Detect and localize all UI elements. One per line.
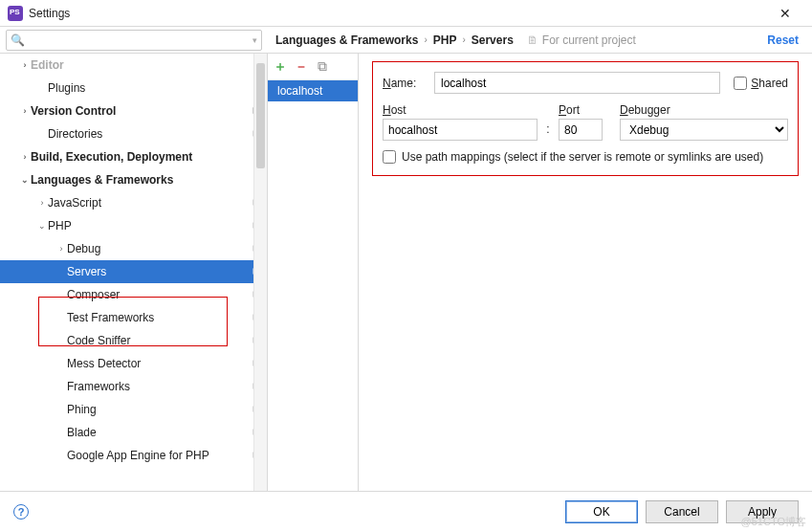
doc-icon: 🗎 bbox=[527, 33, 538, 47]
expand-arrow-icon: › bbox=[55, 244, 67, 254]
tree-item[interactable]: Blade⧉ bbox=[0, 421, 267, 444]
topbar: 🔍 ▾ Languages & Frameworks › PHP › Serve… bbox=[0, 27, 812, 54]
colon-separator: : bbox=[541, 119, 555, 141]
tree-item-label: Languages & Frameworks bbox=[31, 173, 261, 187]
tree-item-label: Plugins bbox=[48, 81, 261, 95]
search-input[interactable] bbox=[27, 33, 252, 47]
sidebar: ›EditorPlugins›Version Control⧉Directori… bbox=[0, 54, 268, 503]
expand-arrow-icon: ⌄ bbox=[19, 175, 31, 185]
tree-item-label: Test Frameworks bbox=[67, 311, 252, 324]
tree-item[interactable]: ›JavaScript⧉ bbox=[0, 191, 267, 214]
tree-item-label: Version Control bbox=[31, 104, 252, 118]
expand-arrow-icon: › bbox=[19, 60, 31, 70]
tree-item-label: Directories bbox=[48, 127, 252, 141]
crumb-servers[interactable]: Servers bbox=[472, 33, 514, 47]
cancel-button[interactable]: Cancel bbox=[646, 500, 718, 523]
tree-item[interactable]: ›Debug⧉ bbox=[0, 237, 267, 260]
tree-item[interactable]: ›Version Control⧉ bbox=[0, 100, 267, 122]
app-icon bbox=[8, 6, 23, 21]
port-field[interactable] bbox=[559, 119, 603, 141]
tree-item[interactable]: ⌄PHP⧉ bbox=[0, 214, 267, 237]
server-form-pane: Name: Shared Host Port Debugger : Xdebu bbox=[359, 54, 812, 503]
search-input-wrap[interactable]: 🔍 ▾ bbox=[6, 30, 262, 51]
scrollbar-thumb[interactable] bbox=[256, 63, 265, 168]
name-label: Name: bbox=[383, 77, 434, 90]
tree-item-label: Blade bbox=[67, 426, 252, 439]
path-mappings-label: Use path mappings (select if the server … bbox=[402, 150, 763, 164]
tree-item[interactable]: Google App Engine for PHP⧉ bbox=[0, 444, 267, 467]
tree-item[interactable]: Composer⧉ bbox=[0, 283, 267, 306]
tree-item[interactable]: Frameworks⧉ bbox=[0, 375, 267, 398]
scope-note: 🗎For current project bbox=[527, 33, 636, 47]
tree-item[interactable]: Mess Detector⧉ bbox=[0, 352, 267, 375]
tree-item-label: Phing bbox=[67, 403, 252, 416]
add-server-button[interactable]: ＋ bbox=[272, 58, 289, 76]
tree-item-label: Frameworks bbox=[67, 380, 252, 393]
tree-item[interactable]: Test Frameworks⧉ bbox=[0, 306, 267, 329]
remove-server-button[interactable]: － bbox=[293, 58, 310, 76]
reset-link[interactable]: Reset bbox=[767, 33, 799, 47]
tree-item-label: Composer bbox=[67, 288, 252, 301]
form-highlight: Name: Shared Host Port Debugger : Xdebu bbox=[372, 61, 799, 176]
tree-item-label: Debug bbox=[67, 242, 252, 255]
help-icon[interactable]: ? bbox=[13, 504, 29, 520]
tree-item-label: JavaScript bbox=[48, 196, 252, 210]
tree-item[interactable]: Plugins bbox=[0, 77, 267, 100]
close-button[interactable]: ✕ bbox=[766, 6, 804, 21]
chevron-right-icon: › bbox=[424, 34, 427, 45]
tree-item-label: Google App Engine for PHP bbox=[67, 449, 252, 462]
debugger-select[interactable]: Xdebug bbox=[620, 119, 788, 141]
tree-item-label: PHP bbox=[48, 219, 252, 232]
settings-tree: ›EditorPlugins›Version Control⧉Directori… bbox=[0, 54, 267, 467]
server-list-toolbar: ＋ － ⧉ bbox=[268, 54, 358, 80]
host-label: Host bbox=[383, 103, 538, 117]
tree-item[interactable]: Code Sniffer⧉ bbox=[0, 329, 267, 352]
crumb-lf[interactable]: Languages & Frameworks bbox=[275, 33, 418, 47]
tree-item-label: Code Sniffer bbox=[67, 334, 252, 347]
shared-checkbox[interactable]: Shared bbox=[734, 77, 788, 90]
ok-button[interactable]: OK bbox=[565, 500, 638, 523]
search-caret-icon: ▾ bbox=[252, 35, 257, 45]
expand-arrow-icon: › bbox=[36, 198, 48, 208]
main: ›EditorPlugins›Version Control⧉Directori… bbox=[0, 54, 812, 503]
tree-item[interactable]: Phing⧉ bbox=[0, 398, 267, 421]
host-field[interactable] bbox=[383, 119, 538, 141]
expand-arrow-icon: › bbox=[19, 152, 31, 162]
shared-checkbox-input[interactable] bbox=[734, 77, 747, 90]
port-label: Port bbox=[559, 103, 603, 117]
footer: ? OK Cancel Apply bbox=[0, 491, 812, 531]
tree-item-label: Editor bbox=[31, 58, 261, 72]
path-mappings-checkbox[interactable] bbox=[383, 150, 396, 164]
search-icon: 🔍 bbox=[11, 33, 25, 47]
tree-item[interactable]: Directories⧉ bbox=[0, 122, 267, 145]
sidebar-scrollbar[interactable] bbox=[253, 54, 267, 503]
window-title: Settings bbox=[29, 7, 766, 20]
tree-item-label: Build, Execution, Deployment bbox=[31, 150, 261, 164]
chevron-right-icon: › bbox=[462, 34, 465, 45]
tree-item[interactable]: ⌄Languages & Frameworks bbox=[0, 168, 267, 191]
expand-arrow-icon: ⌄ bbox=[36, 221, 48, 231]
tree-item[interactable]: Servers⧉ bbox=[0, 260, 267, 283]
tree-item[interactable]: ›Build, Execution, Deployment bbox=[0, 145, 267, 168]
watermark: @51CTO博客 bbox=[741, 515, 806, 529]
server-list-item[interactable]: localhost bbox=[268, 80, 358, 101]
breadcrumb: Languages & Frameworks › PHP › Servers 🗎… bbox=[268, 33, 767, 47]
expand-arrow-icon: › bbox=[19, 106, 31, 116]
server-list-pane: ＋ － ⧉ localhost bbox=[268, 54, 359, 503]
tree-item[interactable]: ›Editor bbox=[0, 54, 267, 77]
crumb-php[interactable]: PHP bbox=[433, 33, 457, 47]
debugger-label: Debugger bbox=[620, 103, 788, 117]
tree-item-label: Mess Detector bbox=[67, 357, 252, 370]
tree-item-label: Servers bbox=[67, 265, 252, 278]
titlebar: Settings ✕ bbox=[0, 0, 812, 27]
name-field[interactable] bbox=[434, 72, 720, 94]
copy-server-button[interactable]: ⧉ bbox=[314, 58, 331, 76]
